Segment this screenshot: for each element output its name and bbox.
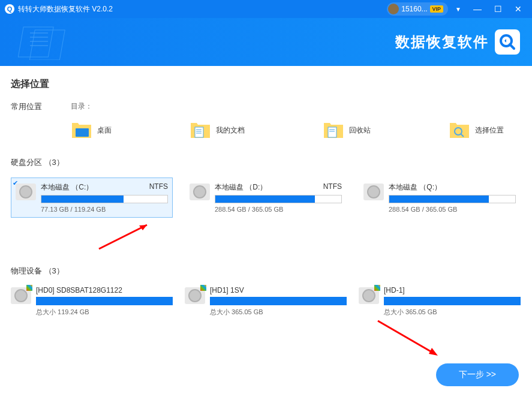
- folder-recycle-icon: [323, 121, 344, 139]
- page-title: 选择位置: [11, 78, 521, 91]
- next-button[interactable]: 下一步 >>: [436, 363, 519, 386]
- partition-item[interactable]: ✔ 本地磁盘 （C:）NTFS 77.13 GB / 119.24 GB: [11, 178, 173, 218]
- close-button[interactable]: ✕: [509, 3, 527, 15]
- device-bar: [36, 297, 173, 305]
- partition-name: 本地磁盘 （D:）: [215, 182, 267, 193]
- usage-bar: [41, 195, 168, 203]
- common-location-item[interactable]: 回收站: [323, 121, 371, 139]
- partition-item[interactable]: ✔ 本地磁盘 （Q:） 288.54 GB / 365.05 GB: [359, 178, 521, 218]
- disk-icon: [363, 184, 384, 200]
- folder-browse-icon: [449, 121, 470, 139]
- device-icon: [359, 287, 379, 304]
- common-location-item[interactable]: 选择位置: [449, 121, 504, 139]
- banner-decoration-icon: [18, 24, 138, 60]
- common-location-label: 桌面: [97, 125, 112, 136]
- usage-bar: [215, 195, 342, 203]
- partition-size: 288.54 GB / 365.05 GB: [389, 206, 516, 213]
- disk-icon: [16, 184, 36, 200]
- app-title: 转转大师数据恢复软件 V2.0.2: [18, 4, 113, 14]
- device-bar: [384, 297, 521, 305]
- partition-fs: NTFS: [323, 182, 342, 193]
- directory-label: 目录：: [71, 101, 521, 112]
- avatar-icon: [388, 4, 399, 14]
- svg-marker-20: [429, 348, 438, 356]
- svg-rect-12: [328, 127, 336, 137]
- titlebar: Q 转转大师数据恢复软件 V2.0.2 15160... VIP ▼ — ☐ ✕: [0, 0, 532, 18]
- partition-name: 本地磁盘 （C:）: [41, 182, 93, 193]
- device-icon: [185, 287, 205, 304]
- usage-bar: [389, 195, 516, 203]
- device-size: 总大小 119.24 GB: [36, 308, 173, 317]
- partition-item[interactable]: ✔ 本地磁盘 （D:）NTFS 288.54 GB / 365.05 GB: [185, 178, 347, 218]
- user-account-pill[interactable]: 15160... VIP: [387, 2, 448, 16]
- device-size: 总大小 365.05 GB: [210, 308, 347, 317]
- common-location-item[interactable]: 我的文档: [190, 121, 245, 139]
- folder-docs-icon: [190, 121, 211, 139]
- banner-app-icon: [495, 29, 520, 55]
- partitions-section-title: 硬盘分区 （3）: [11, 157, 521, 168]
- device-item[interactable]: [HD1] 1SV 总大小 365.05 GB: [185, 286, 347, 317]
- partition-size: 77.13 GB / 119.24 GB: [41, 206, 168, 213]
- partition-size: 288.54 GB / 365.05 GB: [215, 206, 342, 213]
- svg-rect-8: [195, 127, 203, 137]
- svg-rect-7: [76, 128, 89, 137]
- common-location-label: 回收站: [349, 125, 371, 136]
- maximize-button[interactable]: ☐: [489, 3, 507, 15]
- device-icon: [11, 287, 31, 304]
- common-location-label: 选择位置: [475, 125, 504, 136]
- vip-badge: VIP: [430, 5, 444, 13]
- user-id: 15160...: [401, 5, 427, 13]
- banner: 数据恢复软件: [0, 18, 532, 66]
- device-name: [HD0] SD8SBAT128G1122: [36, 286, 173, 294]
- minimize-button[interactable]: —: [468, 3, 486, 15]
- device-name: [HD1] 1SV: [210, 286, 347, 294]
- device-item[interactable]: [HD-1] 总大小 365.05 GB: [359, 286, 521, 317]
- devices-section-title: 物理设备 （3）: [11, 266, 521, 276]
- device-item[interactable]: [HD0] SD8SBAT128G1122 总大小 119.24 GB: [11, 286, 173, 317]
- folder-desktop-icon: [71, 121, 92, 139]
- device-bar: [210, 297, 347, 305]
- svg-rect-1: [29, 30, 65, 60]
- app-logo-icon: Q: [5, 4, 14, 14]
- banner-title: 数据恢复软件: [395, 32, 489, 52]
- device-name: [HD-1]: [384, 286, 521, 294]
- common-location-label: 我的文档: [216, 125, 245, 136]
- partition-name: 本地磁盘 （Q:）: [389, 182, 441, 193]
- disk-icon: [190, 184, 210, 200]
- dropdown-icon[interactable]: ▼: [455, 6, 461, 13]
- common-location-label: 常用位置: [11, 101, 71, 112]
- svg-rect-0: [18, 27, 53, 57]
- common-location-item[interactable]: 桌面: [71, 121, 112, 139]
- device-size: 总大小 365.05 GB: [384, 308, 521, 317]
- partition-fs: NTFS: [149, 182, 168, 193]
